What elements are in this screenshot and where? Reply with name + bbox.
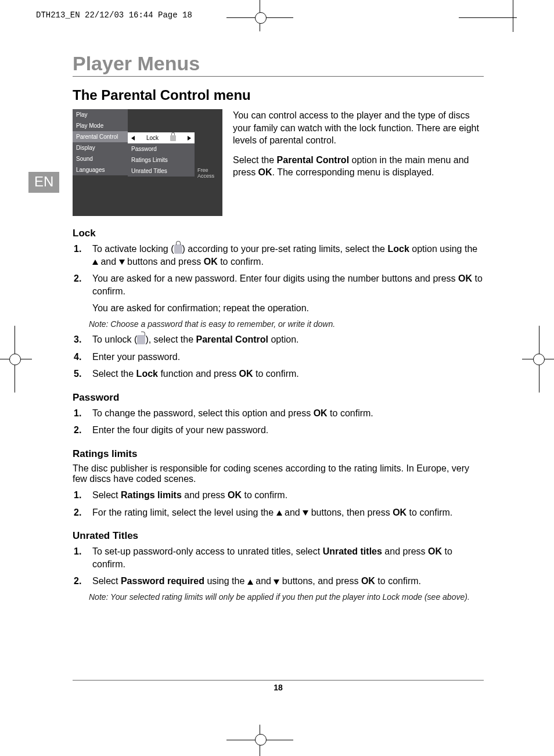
unrated-steps: To set-up password-only access to unrate… — [73, 545, 484, 588]
submenu-label: Lock — [146, 135, 159, 141]
list-sub: You are asked for confirmation; repeat t… — [92, 302, 484, 315]
triangle-down-icon — [303, 510, 308, 516]
ratings-steps: Select Ratings limits and press OK to co… — [73, 489, 484, 519]
submenu-item-selected: Lock — [128, 132, 195, 143]
triangle-left-icon — [131, 136, 135, 141]
submenu-item: Password — [128, 143, 195, 154]
list-item: To change the password, select this opti… — [73, 407, 484, 420]
subsection-heading: Unrated Titles — [73, 530, 484, 542]
menu-item: Play Mode — [73, 120, 128, 131]
list-item: Select Password required using the and b… — [73, 575, 484, 588]
page-footer: 18 — [73, 680, 484, 692]
triangle-down-icon — [119, 260, 125, 265]
crop-mark — [513, 0, 513, 32]
subsection-heading: Lock — [73, 228, 484, 239]
intro-paragraph: Select the Parental Control option in th… — [233, 154, 484, 179]
unlock-icon — [137, 335, 145, 344]
crop-header: DTH213_EN 22/12/03 16:44 Page 18 — [36, 10, 192, 20]
page-number: 18 — [274, 683, 283, 692]
crop-mark — [255, 734, 267, 746]
intro-paragraph: You can control access to the player and… — [233, 109, 484, 147]
menu-item: Sound — [73, 153, 128, 164]
triangle-up-icon — [92, 260, 98, 265]
ratings-paragraph: The disc publisher is responsible for co… — [73, 463, 484, 484]
menu-item: Display — [73, 142, 128, 153]
subsection-heading: Password — [73, 392, 484, 404]
lock-icon — [174, 244, 182, 254]
list-item: Enter the four digits of your new passwo… — [73, 424, 484, 437]
section-title: The Parental Control menu — [73, 87, 484, 103]
list-item: For the rating limit, select the level u… — [73, 506, 484, 519]
menu-screenshot: Play Play Mode Parental Control Display … — [73, 109, 222, 216]
language-tab: EN — [28, 172, 59, 193]
triangle-down-icon — [274, 579, 279, 585]
list-item: To activate locking () according to your… — [73, 243, 484, 268]
lock-steps: To activate locking () according to your… — [73, 243, 484, 315]
triangle-up-icon — [276, 510, 282, 516]
password-steps: To change the password, select this opti… — [73, 407, 484, 437]
note-text: Note: Choose a password that is easy to … — [89, 319, 484, 329]
menu-item-selected: Parental Control — [73, 131, 128, 142]
crop-mark — [533, 354, 545, 365]
list-item: You are asked for a new password. Enter … — [73, 272, 484, 315]
crop-mark — [255, 12, 267, 24]
list-item: Select Ratings limits and press OK to co… — [73, 489, 484, 502]
list-item: Select the Lock function and press OK to… — [73, 368, 484, 380]
submenu-item: Unrated Titles — [128, 165, 195, 177]
triangle-right-icon — [188, 136, 191, 141]
intro-text: You can control access to the player and… — [233, 109, 484, 216]
menu-item: Languages — [73, 164, 128, 175]
page-content: Player Menus The Parental Control menu P… — [73, 52, 484, 606]
lock-steps-cont: To unlock (), select the Parental Contro… — [73, 333, 484, 380]
list-item: Enter your password. — [73, 351, 484, 363]
menu-item: Play — [73, 109, 128, 120]
triangle-up-icon — [247, 579, 253, 585]
crop-mark — [459, 17, 517, 18]
menu-status: Free Access — [197, 167, 222, 179]
page-title: Player Menus — [73, 52, 484, 77]
list-item: To unlock (), select the Parental Contro… — [73, 333, 484, 346]
submenu-item: Ratings Limits — [128, 154, 195, 165]
crop-mark — [9, 354, 21, 365]
lock-icon — [170, 135, 176, 141]
note-text: Note: Your selected rating limits will o… — [89, 592, 484, 602]
subsection-heading: Ratings limits — [73, 448, 484, 460]
list-item: To set-up password-only access to unrate… — [73, 545, 484, 570]
